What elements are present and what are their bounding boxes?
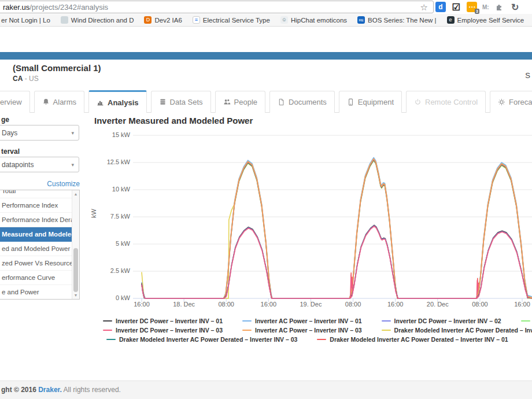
url-domain: raker.us <box>3 3 29 12</box>
series-line <box>142 159 532 298</box>
y-axis-tick-label: 7.5 kW <box>81 213 130 220</box>
tab-label: erview <box>0 98 22 106</box>
customize-link[interactable]: Customize <box>47 180 80 188</box>
site-location-divider: - <box>23 75 29 83</box>
y-axis-tick-label: 2.5 kW <box>81 267 130 274</box>
tab-data-sets[interactable]: Data Sets <box>151 91 211 113</box>
bookmark-item[interactable]: DDev2 IA6 <box>144 16 182 24</box>
chevron-down-icon: ▾ <box>71 130 74 136</box>
bookmark-label: BOS Series: The New | <box>368 17 436 24</box>
legend-label: Inverter DC Power – Inverter INV – 01 <box>116 317 223 324</box>
x-axis-tick-label: 16:00 <box>375 301 416 308</box>
header-right-cut-text: S <box>525 71 530 80</box>
y-axis-tick-label: 10 kW <box>81 186 130 193</box>
legend-item[interactable]: Inverter AC Power – Inverter INV – 03 <box>242 327 362 334</box>
range-select[interactable]: Days ▾ <box>0 125 79 141</box>
bos-favicon: RE <box>357 16 365 24</box>
chart-legend: Inverter DC Power – Inverter INV – 01Inv… <box>81 316 532 344</box>
puzzle-extension-icon[interactable] <box>494 2 505 12</box>
interval-select[interactable]: datapoints ▾ <box>0 157 79 172</box>
site-title: (Small Commercial 1) <box>13 63 101 73</box>
legend-item[interactable]: Inverter DC Power – Inverter INV – 02 <box>382 317 501 324</box>
document-icon <box>278 98 285 106</box>
d-extension-icon[interactable]: d <box>435 2 446 12</box>
bookmark-label: Employee Self Service <box>457 17 524 24</box>
x-axis-tick-label: 16:00 <box>248 301 289 308</box>
site-country: US <box>29 75 39 83</box>
bookmark-item[interactable]: eEmployee Self Service <box>447 16 524 24</box>
tab-label: Analysis <box>108 98 138 107</box>
list-scrollbar[interactable]: ▲ ▼ <box>72 190 79 299</box>
m-extension-icon[interactable]: M: <box>482 2 489 12</box>
bookmark-label: er Not Login | Lo <box>1 17 50 24</box>
bookmark-item[interactable]: ≡Electrical Service Type <box>193 16 270 24</box>
legend-item[interactable]: Inverter DC Power – Inverter INV – 03 <box>103 327 223 334</box>
series-line <box>142 160 532 298</box>
scroll-up-icon[interactable]: ▲ <box>72 192 79 196</box>
sidebar-list-item[interactable]: Total <box>0 190 73 198</box>
legend-item[interactable]: Draker Modeled Inverter AC Power Derated… <box>317 336 508 343</box>
tab-remote-control: Remote Control <box>406 91 486 113</box>
legend-item[interactable]: Inverter DC Power – Inverter INV – 01 <box>103 317 223 324</box>
bookmark-item[interactable]: er Not Login | Lo <box>1 17 50 24</box>
sun-icon <box>498 98 505 106</box>
bell-icon <box>42 98 50 106</box>
tab-people[interactable]: People <box>215 91 265 113</box>
sidebar-list-item[interactable]: e and Power <box>0 285 73 300</box>
bookmark-item[interactable]: Wind Direction and D <box>61 16 134 24</box>
footer-draker-link[interactable]: Draker. <box>38 386 62 394</box>
sidebar-list-item[interactable]: zed Power Vs Resource <box>0 256 73 271</box>
bookmark-star-icon[interactable]: ☆ <box>420 3 428 12</box>
tab-alarms[interactable]: Alarms <box>34 91 84 113</box>
legend-item[interactable]: Inverter AC Power – Inverter INV – 02 <box>521 317 532 324</box>
legend-line-swatch <box>382 320 391 322</box>
bookmark-item[interactable]: ☺HipChat emoticons <box>280 16 347 24</box>
bookmarks-bar: er Not Login | LoWind Direction and DDDe… <box>0 14 532 27</box>
bookmark-label: Dev2 IA6 <box>154 17 182 24</box>
chat-extension-icon[interactable]: ⋯3 <box>467 2 477 12</box>
url-bar[interactable]: raker.us/projects/2342#analysis ☆ <box>0 1 434 13</box>
legend-item[interactable]: Draker Modeled Inverter AC Power Derated… <box>382 327 532 334</box>
x-axis-tick-label: 18. Dec <box>164 301 204 308</box>
legend-item[interactable]: Inverter AC Power – Inverter INV – 01 <box>242 317 362 324</box>
site-state: CA <box>13 75 23 83</box>
x-axis-tick-label: 20. Dec <box>418 301 458 308</box>
legend-row: Inverter DC Power – Inverter INV – 01Inv… <box>81 316 532 326</box>
series-line <box>142 161 532 298</box>
sidebar-list-item[interactable]: Performance Index <box>0 198 73 213</box>
tab-forecasts[interactable]: Forecasts <box>490 91 532 113</box>
page-footer: ght © 2016 Draker. All rights reserved. <box>0 380 532 399</box>
scrollbar-thumb[interactable] <box>73 248 78 292</box>
legend-line-swatch <box>106 339 116 341</box>
series-line <box>142 226 528 298</box>
legend-line-swatch <box>103 320 112 322</box>
sidebar-list-item[interactable]: erformance Curve <box>0 271 73 285</box>
tab-documents[interactable]: Documents <box>269 91 335 113</box>
legend-line-swatch <box>242 320 252 322</box>
tab-label: Forecasts <box>509 98 532 106</box>
sidebar-list-item[interactable]: ed and Modeled Power <box>0 242 73 256</box>
series-line <box>142 158 532 299</box>
legend-label: Inverter DC Power – Inverter INV – 03 <box>116 327 223 334</box>
refresh-icon[interactable]: ↻ <box>510 2 520 12</box>
tab-label: Alarms <box>53 98 76 106</box>
bookmark-label: Wind Direction and D <box>71 17 134 24</box>
legend-label: Draker Modeled Inverter AC Power Derated… <box>330 336 508 343</box>
tab-analysis[interactable]: Analysis <box>88 90 146 113</box>
extension-icons: d☑⋯3M:↻ <box>435 1 520 13</box>
legend-label: Draker Modeled Inverter AC Power Derated… <box>394 327 532 334</box>
legend-item[interactable]: Draker Modeled Inverter AC Power Derated… <box>106 336 297 343</box>
sidebar-list-item[interactable]: Performance Index Derated <box>0 213 73 227</box>
checkbox-extension-icon[interactable]: ☑ <box>451 2 461 12</box>
legend-label: Draker Modeled Inverter AC Power Derated… <box>119 336 297 343</box>
footer-rights: All rights reserved. <box>62 386 121 394</box>
bookmark-item[interactable]: REBOS Series: The New | <box>357 16 436 24</box>
series-line <box>142 225 528 298</box>
scroll-down-icon[interactable]: ▼ <box>72 293 79 297</box>
legend-label: Inverter AC Power – Inverter INV – 03 <box>255 327 362 334</box>
tab-erview[interactable]: erview <box>0 91 30 113</box>
tab-label: Equipment <box>358 98 394 106</box>
sidebar-list-item[interactable]: Measured and Modeled P... <box>0 227 73 242</box>
tab-label: Remote Control <box>425 98 478 106</box>
tab-equipment[interactable]: Equipment <box>339 91 402 113</box>
